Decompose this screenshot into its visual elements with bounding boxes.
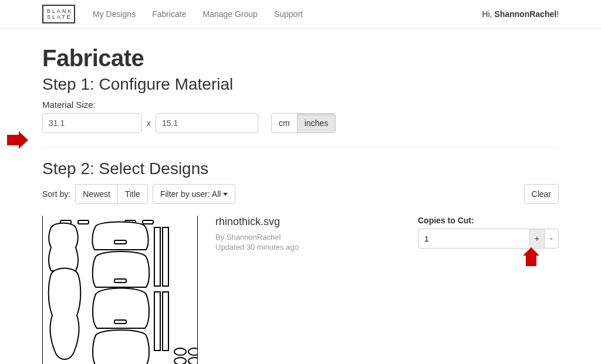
- nav-my-designs[interactable]: My Designs: [93, 9, 136, 19]
- sort-group: Newest Title: [75, 184, 148, 204]
- design-meta: rhinothick.svg By ShannonRachel Updated …: [215, 216, 368, 253]
- svg-rect-9: [154, 292, 160, 351]
- design-preview[interactable]: [42, 216, 198, 364]
- logo-line2: SLATE: [47, 14, 70, 20]
- material-size-label: Material Size:: [42, 100, 559, 110]
- svg-rect-3: [143, 220, 153, 224]
- design-updated: Updated 30 minutes ago: [215, 243, 368, 251]
- copies-minus-button[interactable]: -: [544, 229, 559, 249]
- nav-greeting[interactable]: Hi, ShannonRachel!: [482, 9, 559, 19]
- greeting-bang: !: [556, 9, 559, 19]
- logo-line1: BLANK: [47, 8, 70, 14]
- page-container: Fabricate Step 1: Configure Material Mat…: [42, 29, 559, 364]
- copies-column: Copies to Cut: + -: [418, 216, 559, 266]
- dimension-separator: x: [147, 118, 151, 128]
- step1-title: Step 1: Configure Material: [42, 75, 559, 94]
- unit-cm-button[interactable]: cm: [271, 113, 298, 133]
- greeting-prefix: Hi,: [482, 9, 494, 19]
- sort-title-button[interactable]: Title: [117, 184, 148, 204]
- sort-by-label: Sort by:: [42, 189, 70, 199]
- nav-manage-group[interactable]: Manage Group: [203, 9, 258, 19]
- annotation-arrow-plus: [526, 256, 559, 266]
- svg-rect-10: [163, 292, 168, 351]
- design-filename: rhinothick.svg: [215, 216, 368, 228]
- filter-user-dropdown[interactable]: Filter by user: All: [153, 184, 235, 204]
- svg-rect-6: [114, 320, 126, 324]
- svg-rect-8: [163, 227, 168, 286]
- unit-toggle: cm inches: [271, 113, 336, 133]
- unit-inches-button[interactable]: inches: [297, 113, 336, 133]
- nav-fabricate[interactable]: Fabricate: [152, 9, 186, 19]
- top-navbar: BLANK SLATE My Designs Fabricate Manage …: [0, 0, 601, 29]
- nav-links: My Designs Fabricate Manage Group Suppor…: [93, 9, 303, 19]
- page-title: Fabricate: [42, 45, 559, 72]
- logo[interactable]: BLANK SLATE: [42, 5, 75, 23]
- nav-support[interactable]: Support: [274, 9, 303, 19]
- material-size-row: x cm inches: [42, 113, 559, 133]
- design-row: rhinothick.svg By ShannonRachel Updated …: [42, 216, 559, 364]
- copies-label: Copies to Cut:: [418, 216, 559, 225]
- copies-plus-button[interactable]: +: [529, 229, 545, 249]
- material-height-input[interactable]: [156, 113, 258, 133]
- design-toolbar: Sort by: Newest Title Filter by user: Al…: [42, 184, 559, 204]
- svg-rect-5: [114, 279, 126, 283]
- svg-rect-1: [78, 220, 89, 224]
- step2-title: Step 2: Select Designs: [42, 159, 559, 178]
- greeting-username: ShannonRachel: [494, 9, 556, 19]
- copies-row: + -: [418, 229, 559, 249]
- clear-button[interactable]: Clear: [524, 184, 559, 204]
- svg-rect-7: [154, 227, 160, 286]
- svg-rect-4: [114, 240, 126, 244]
- filter-user-label: Filter by user: All: [160, 189, 221, 199]
- copies-input[interactable]: [418, 229, 530, 249]
- design-author: By ShannonRachel: [215, 233, 368, 241]
- material-width-input[interactable]: [42, 113, 142, 133]
- sort-newest-button[interactable]: Newest: [75, 184, 118, 204]
- chevron-down-icon: [223, 193, 228, 196]
- section-divider: [42, 147, 559, 148]
